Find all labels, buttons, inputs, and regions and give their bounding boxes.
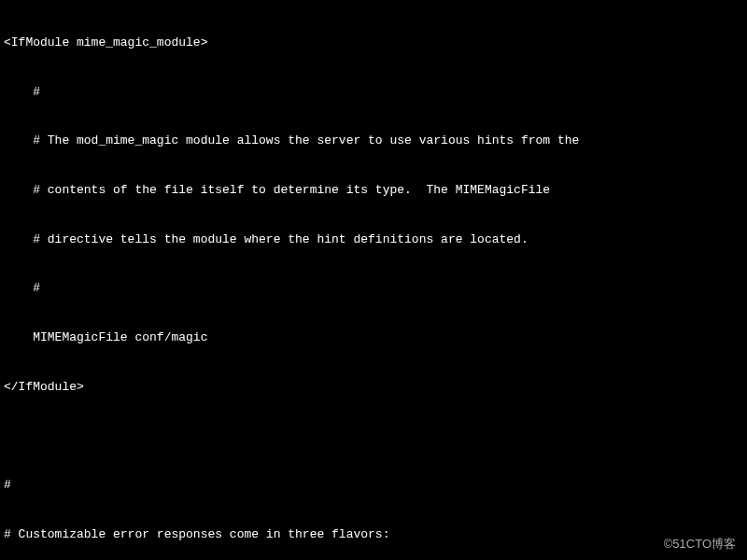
config-line — [4, 427, 743, 444]
config-line: # The mod_mime_magic module allows the s… — [4, 133, 743, 149]
watermark-text: ©51CTO博客 — [664, 536, 736, 553]
config-line: # — [4, 477, 743, 494]
config-line: </IfModule> — [4, 379, 743, 396]
config-line: # Customizable error responses come in t… — [4, 526, 743, 543]
config-line: # contents of the file itself to determi… — [4, 182, 743, 199]
config-line: MIMEMagicFile conf/magic — [4, 329, 743, 346]
config-line: # directive tells the module where the h… — [4, 231, 743, 248]
config-line: <IfModule mime_magic_module> — [4, 35, 743, 51]
config-line: # — [4, 84, 743, 101]
terminal-output[interactable]: <IfModule mime_magic_module> # # The mod… — [4, 2, 743, 560]
config-line: # — [4, 280, 743, 297]
